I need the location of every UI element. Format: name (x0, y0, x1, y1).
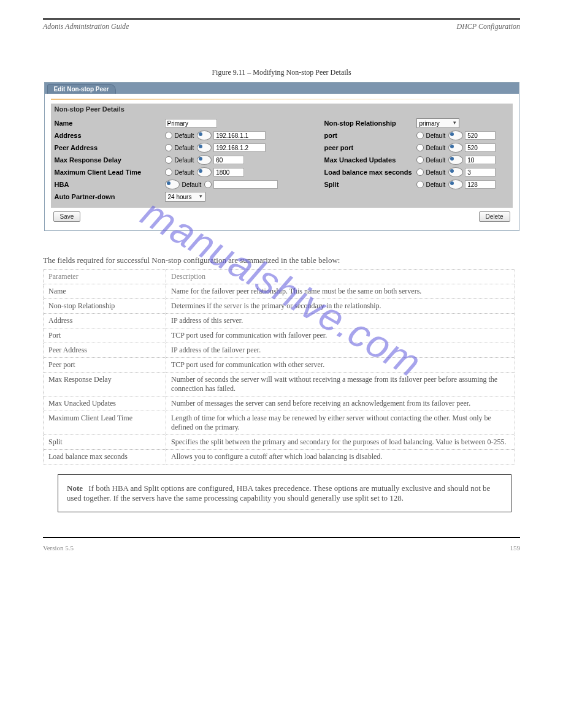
delete-button[interactable]: Delete (479, 211, 510, 222)
port-input[interactable] (465, 131, 496, 140)
running-header: Adonis Administration Guide DHCP Configu… (43, 22, 520, 31)
table-row: Peer AddressIP address of the failover p… (44, 343, 515, 358)
table-row: Peer portTCP port used for communication… (44, 358, 515, 373)
max-client-lead-default-radio[interactable] (165, 169, 172, 176)
load-balance-default-radio[interactable] (416, 169, 424, 176)
th-parameter: Parameter (44, 270, 166, 284)
max-response-default-label: Default (175, 157, 194, 164)
peer-address-input[interactable] (213, 143, 266, 152)
label-name: Name (55, 119, 165, 127)
note-body: If both HBA and Split options are config… (67, 483, 490, 502)
panel-tab[interactable]: Edit Non-stop Peer (47, 84, 116, 94)
max-response-default-radio[interactable] (165, 156, 172, 164)
address-default-radio[interactable] (165, 132, 172, 139)
header-right: DHCP Configuration (457, 22, 520, 31)
section-title: Non-stop Peer Details (51, 104, 513, 115)
label-max-client-lead: Maximum Client Lead Time (55, 169, 165, 176)
table-row: AddressIP address of this server. (44, 314, 515, 328)
parameters-table: Parameter Description NameName for the f… (43, 269, 515, 464)
note-head: Note (67, 483, 83, 493)
load-balance-default-label: Default (426, 169, 446, 176)
max-response-input[interactable] (213, 156, 244, 164)
address-default-label: Default (175, 132, 194, 139)
split-default-radio[interactable] (416, 181, 424, 188)
header-left: Adonis Administration Guide (43, 22, 129, 31)
label-hba: HBA (55, 181, 165, 188)
max-unacked-input[interactable] (465, 156, 496, 164)
hba-default-radio[interactable] (165, 180, 180, 189)
hba-value-radio[interactable] (204, 181, 212, 188)
relationship-select[interactable]: primary (416, 118, 459, 128)
load-balance-input[interactable] (465, 168, 496, 176)
label-max-response: Max Response Delay (55, 156, 165, 164)
edit-nonstop-peer-panel: Edit Non-stop Peer Non-stop Peer Details… (44, 82, 519, 231)
peer-address-value-radio[interactable] (197, 143, 212, 153)
address-input[interactable] (213, 131, 266, 140)
save-button[interactable]: Save (53, 211, 81, 222)
port-default-label: Default (426, 132, 446, 139)
divider (51, 99, 513, 100)
load-balance-value-radio[interactable] (448, 167, 463, 177)
th-description: Description (166, 270, 515, 284)
max-unacked-default-label: Default (426, 157, 446, 164)
label-max-unacked: Max Unacked Updates (324, 156, 416, 164)
peer-address-default-radio[interactable] (165, 144, 172, 151)
label-auto-partner: Auto Partner-down (55, 193, 165, 200)
table-row: NameName for the failover peer relations… (44, 284, 515, 299)
footer-left: Version 5.5 (43, 544, 74, 552)
hba-default-label: Default (182, 181, 202, 188)
hba-input[interactable] (213, 180, 278, 189)
peer-port-value-radio[interactable] (448, 143, 463, 153)
label-address: Address (55, 132, 165, 139)
panel-tabbar: Edit Non-stop Peer (45, 83, 519, 94)
peer-port-default-label: Default (426, 145, 446, 151)
peer-port-default-radio[interactable] (416, 144, 424, 151)
split-value-radio[interactable] (448, 180, 463, 189)
table-row: Load balance max secondsAllows you to co… (44, 450, 515, 464)
note-box: Note If both HBA and Split options are c… (58, 474, 511, 512)
port-default-radio[interactable] (416, 132, 424, 139)
label-relationship: Non-stop Relationship (324, 119, 416, 127)
peer-address-default-label: Default (175, 145, 194, 151)
split-default-label: Default (426, 181, 446, 188)
table-intro: The fields required for successful Non-s… (43, 256, 520, 265)
table-row: Max Response DelayNumber of seconds the … (44, 373, 515, 396)
max-unacked-default-radio[interactable] (416, 156, 424, 164)
footer-right: 159 (510, 544, 521, 552)
address-value-radio[interactable] (197, 131, 212, 140)
max-client-lead-input[interactable] (213, 168, 244, 176)
auto-partner-select[interactable]: 24 hours (165, 192, 205, 202)
figure-caption: Figure 9.11 – Modifying Non-stop Peer De… (43, 68, 520, 77)
max-client-lead-value-radio[interactable] (197, 167, 212, 177)
label-peer-port: peer port (324, 144, 416, 151)
label-port: port (324, 132, 416, 139)
page-footer: Version 5.5 159 (43, 544, 520, 552)
max-unacked-value-radio[interactable] (448, 155, 463, 165)
table-row: SplitSpecifies the split between the pri… (44, 435, 515, 450)
peer-port-input[interactable] (465, 143, 496, 152)
max-response-value-radio[interactable] (197, 155, 212, 165)
table-row: Maximum Client Lead TimeLength of time f… (44, 411, 515, 435)
table-row: PortTCP port used for communication with… (44, 328, 515, 343)
split-input[interactable] (465, 180, 496, 189)
label-split: Split (324, 181, 416, 188)
table-row: Max Unacked UpdatesNumber of messages th… (44, 396, 515, 411)
label-peer-address: Peer Address (55, 144, 165, 151)
max-client-lead-default-label: Default (175, 169, 194, 176)
form-body: Name Non-stop Relationship primary Addre… (51, 115, 513, 208)
name-input[interactable] (165, 119, 217, 127)
label-load-balance: Load balance max seconds (324, 169, 416, 176)
port-value-radio[interactable] (448, 131, 463, 140)
table-row: Non-stop RelationshipDetermines if the s… (44, 299, 515, 314)
